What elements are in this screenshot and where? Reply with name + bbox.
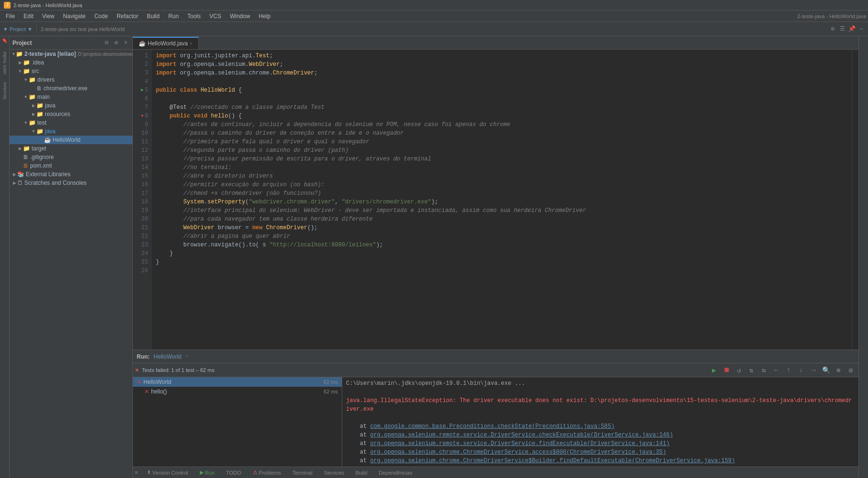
run-rerun-btn[interactable]: ↺ (733, 364, 745, 376)
run-sort-btn[interactable]: ⇅ (746, 364, 757, 376)
menu-file[interactable]: File (2, 12, 19, 21)
bottom-tab-deps[interactable]: Dependências (374, 469, 417, 477)
test-result-hello[interactable]: ✕ hello() 62 ms (133, 387, 342, 396)
tree-test-java[interactable]: ▼ 📁 java (10, 127, 132, 136)
editor-tabs: ☕ HelloWorld.java × (133, 36, 858, 50)
collapse-all-icon[interactable]: ⊟ (103, 39, 110, 47)
run-stop-btn[interactable]: ⏹ (721, 364, 732, 376)
console-error-main: java.lang.IllegalStateException: The dri… (346, 396, 855, 414)
menu-tools[interactable]: Tools (184, 12, 205, 21)
menu-navigate[interactable]: Navigate (59, 12, 89, 21)
project-panel-header: Project ⊟ ⚙ × (10, 36, 132, 50)
problems-icon: ⚠ (253, 469, 258, 476)
tree-src[interactable]: ▼ 📁 src (10, 67, 132, 75)
menu-help[interactable]: Help (255, 12, 274, 21)
menu-edit[interactable]: Edit (20, 12, 37, 21)
tree-chromedriver[interactable]: ▶ 🗎 chromedriver.exe (10, 84, 132, 93)
run-prev-btn[interactable]: ← (770, 364, 782, 376)
side-tabs: 🔖 AWS Toolkit Structure (0, 36, 10, 478)
menu-refactor[interactable]: Refactor (113, 12, 142, 21)
tree-scratches[interactable]: ▶ 🗒 Scratches and Consoles (10, 179, 132, 187)
bottom-tab-build[interactable]: Build (351, 469, 372, 477)
test-time-hello: 62 ms (324, 389, 338, 394)
code-editor[interactable]: import org.junit.jupiter.api.Test; impor… (152, 50, 852, 350)
aws-toolkit-tab[interactable]: AWS Toolkit (1, 50, 8, 76)
console-stack-4: at org.openqa.selenium.chrome.ChromeDriv… (346, 448, 855, 457)
right-gutter (852, 50, 858, 350)
project-toolbar: ▼ Project ▼ 2-teste-java src test java H… (0, 22, 868, 36)
structure-tab[interactable]: Structure (1, 80, 8, 102)
run-play-btn[interactable]: ▶ (708, 364, 720, 376)
vcs-icon: ⬆ (147, 469, 151, 476)
project-panel: Project ⊟ ⚙ × ▼ 📁 2-teste-java [leilao] … (10, 36, 133, 478)
tree-main-java[interactable]: ▶ 📁 java (10, 101, 132, 110)
title-bar: J 2-teste-java - HelloWorld.java (0, 0, 868, 11)
test-name-helloworld: HelloWorld (143, 379, 322, 385)
panel-title: Project (12, 40, 101, 46)
tree-resources[interactable]: ▶ 📁 resources (10, 110, 132, 118)
main-layout: 🔖 AWS Toolkit Structure Project ⊟ ⚙ × ▼ … (0, 36, 868, 478)
line-numbers: 1 2 3 4 ▶ 5 6 7 ● 8 9 10 11 12 13 14 15 … (133, 50, 152, 350)
tree-target[interactable]: ▶ 📁 target (10, 144, 132, 153)
run-right-btn[interactable]: → (808, 364, 819, 376)
app-icon: J (4, 2, 11, 9)
close-panel-icon[interactable]: × (122, 39, 130, 47)
menu-run[interactable]: Run (164, 12, 183, 21)
bottom-tab-terminal[interactable]: Terminal (288, 469, 317, 477)
console-blank1 (346, 388, 855, 396)
tab-close-icon[interactable]: × (190, 41, 193, 46)
run-up-btn[interactable]: ↑ (783, 364, 794, 376)
bookmarks-tab[interactable]: 🔖 (2, 36, 7, 46)
settings-icon[interactable]: ⚙ (829, 25, 836, 33)
pin-icon[interactable]: 📌 (848, 25, 856, 33)
editor-tab-helloworld[interactable]: ☕ HelloWorld.java × (133, 37, 199, 49)
test-result-helloworld[interactable]: ✕ HelloWorld 62 ms (133, 377, 342, 387)
bottom-tab-services[interactable]: Services (319, 469, 349, 477)
code-container[interactable]: 1 2 3 4 ▶ 5 6 7 ● 8 9 10 11 12 13 14 15 … (133, 50, 858, 350)
tree-test[interactable]: ▼ 📁 test (10, 118, 132, 127)
tree-root[interactable]: ▼ 📁 2-teste-java [leilao] D:\projetos-de… (10, 50, 132, 58)
run-down-btn[interactable]: ↓ (795, 364, 807, 376)
run-tab-label: Run: (137, 353, 150, 360)
tree-idea[interactable]: ▶ 📁 .idea (10, 58, 132, 67)
breadcrumb-path: 2-teste-java src test java HelloWorld (41, 26, 125, 32)
tree-main[interactable]: ▼ 📁 main (10, 93, 132, 101)
tab-icon: ☕ (139, 40, 146, 47)
layout-icon[interactable]: ☰ (838, 25, 846, 33)
tree-gitignore[interactable]: ▶ 🗎 .gitignore (10, 153, 132, 161)
tree-pomxml[interactable]: ▶ 🗎 pom.xml (10, 161, 132, 170)
bottom-tab-run[interactable]: ▶ Run (195, 468, 219, 477)
console-stack-2: at org.openqa.selenium.remote.service.Dr… (346, 431, 855, 439)
run-search-btn[interactable]: 🔍 (820, 364, 832, 376)
minimize-icon[interactable]: — (857, 25, 865, 33)
menu-window[interactable]: Window (226, 12, 254, 21)
menu-view[interactable]: View (38, 12, 58, 21)
run-diff-btn[interactable]: ⇆ (758, 364, 770, 376)
expand-icon[interactable]: ≡ (135, 470, 138, 476)
tree-helloworld[interactable]: ▶ ☕ HelloWorld (10, 136, 132, 144)
run-tab-close-icon[interactable]: × (185, 354, 188, 359)
test-status-text: Tests failed: 1 of 1 test – 62 ms (142, 367, 215, 373)
run-toolbar-top: ✕ Tests failed: 1 of 1 test – 62 ms ▶ ⏹ … (133, 363, 858, 377)
bottom-tab-vcs[interactable]: ⬆ Version Control (142, 468, 193, 477)
toolbar-separator (36, 25, 37, 33)
test-fail-icon2: ✕ (144, 388, 149, 395)
menu-vcs[interactable]: VCS (206, 12, 225, 21)
project-title: 2-teste-java - HelloWorld.java (797, 13, 866, 19)
bottom-tab-problems[interactable]: ⚠ Problems (248, 468, 286, 477)
console-output: C:\Users\marin\.jdks\openjdk-19.0.1\bin\… (342, 377, 858, 467)
run-settings-btn[interactable]: ⚙ (845, 364, 857, 376)
menu-build[interactable]: Build (143, 12, 163, 21)
bottom-tab-todo[interactable]: TODO (221, 469, 246, 477)
editor-area: ☕ HelloWorld.java × 1 2 3 4 ▶ 5 6 7 ● 8 … (133, 36, 858, 478)
menu-bar: File Edit View Navigate Code Refactor Bu… (0, 11, 868, 22)
run-expand-btn[interactable]: ⊕ (833, 364, 844, 376)
settings-panel-icon[interactable]: ⚙ (112, 39, 120, 47)
menu-code[interactable]: Code (90, 12, 112, 21)
tree-drivers[interactable]: ▼ 📁 drivers (10, 75, 132, 84)
run-tab-name[interactable]: HelloWorld (153, 353, 181, 360)
console-stack-3: at org.openqa.selenium.remote.service.Dr… (346, 439, 855, 448)
tree-external-libs[interactable]: ▶ 📚 External Libraries (10, 170, 132, 179)
tab-name: HelloWorld.java (148, 40, 188, 47)
right-panel-tabs (858, 36, 868, 478)
